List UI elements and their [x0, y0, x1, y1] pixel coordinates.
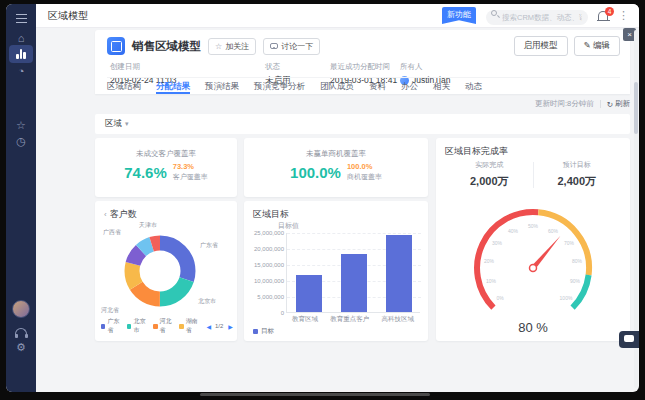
y-tick: 0 — [248, 310, 284, 316]
stat-label: 实际完成 — [446, 160, 533, 170]
legend-item[interactable]: 北京市 — [127, 317, 149, 335]
new-feature-badge: 新功能 — [442, 7, 476, 24]
menu-icon[interactable] — [6, 12, 36, 26]
svg-text:70%: 70% — [564, 240, 575, 246]
analytics-icon[interactable] — [6, 48, 36, 62]
bar-education-region — [296, 275, 322, 312]
chevron-left-icon[interactable]: ‹ — [104, 210, 107, 219]
gauge-percent-label: 80 % — [518, 320, 548, 335]
kpi-sub-label: 客户覆盖率 — [173, 173, 208, 181]
chat-fab-button[interactable] — [619, 331, 639, 348]
update-time-text: 更新时间:8分钟前 — [535, 99, 594, 109]
notification-badge: 4 — [605, 7, 614, 16]
search-icon — [491, 10, 497, 16]
history-icon[interactable]: ◷ — [6, 134, 36, 148]
gauge-stats: 实际完成2,000万 预计目标2,400万 — [446, 160, 620, 190]
svg-text:20%: 20% — [484, 258, 495, 264]
follow-button[interactable]: ☆加关注 — [208, 38, 256, 55]
y-tick: 25,000,000 — [248, 230, 284, 236]
headset-icon[interactable] — [6, 324, 36, 338]
legend-item[interactable]: 河北省 — [153, 317, 175, 335]
y-tick: 15,000,000 — [248, 262, 284, 268]
enable-model-button[interactable]: 启用模型 — [514, 36, 568, 56]
y-tick: 10,000,000 — [248, 278, 284, 284]
svg-text:40%: 40% — [508, 228, 519, 234]
user-avatar[interactable] — [12, 300, 30, 318]
gauge-card-title: 区域目标完成率 — [445, 145, 508, 158]
scrollbar-thumb[interactable] — [634, 82, 638, 134]
stat-value: 2,400万 — [534, 174, 621, 189]
kpi-title: 未赢单商机覆盖率 — [244, 149, 428, 159]
refresh-button[interactable]: ↻刷新 — [607, 99, 630, 109]
chevron-down-icon: ▾ — [125, 120, 129, 128]
edit-button[interactable]: ✎ 编辑 — [574, 36, 620, 56]
meta-label: 所有人 — [400, 62, 450, 72]
more-menu-icon[interactable]: ⋮ — [618, 9, 629, 22]
y-tick: 5,000,000 — [248, 294, 284, 300]
pie-callout: 广西省 — [103, 228, 121, 237]
svg-text:30%: 30% — [492, 240, 503, 246]
x-axis-labels: 教育区域 教育重点客户 高科技区域 — [286, 315, 420, 324]
region-target-bar-card: 区域目标 目标值 25,000,000 20,000,000 15,000,00… — [244, 201, 428, 341]
legend-item[interactable]: 广东省 — [101, 317, 123, 335]
y-tick: 20,000,000 — [248, 246, 284, 252]
svg-text:10%: 10% — [486, 278, 497, 284]
customer-count-pie-card: ‹客户数 天津市 广西省 广东省 北京市 河北省 广东省 北京市 河北省 湖南省… — [95, 201, 237, 341]
legend-next-icon[interactable]: ▶ — [228, 323, 233, 330]
meta-label: 最近成功分配时间 — [330, 62, 397, 72]
svg-text:0%: 0% — [496, 295, 504, 301]
tab-allocation-result[interactable]: 分配结果 — [156, 78, 190, 94]
tab-materials[interactable]: 资料 — [369, 78, 386, 94]
refresh-icon: ↻ — [607, 100, 613, 109]
tab-bar: 区域结构 分配结果 预演结果 预演竞争分析 团队成员 资料 办公 相关 动态 — [107, 77, 620, 94]
tab-office[interactable]: 办公 — [401, 78, 418, 94]
svg-text:60%: 60% — [548, 228, 559, 234]
svg-text:50%: 50% — [528, 223, 539, 229]
discuss-button[interactable]: 讨论一下 — [263, 38, 320, 55]
tab-region-structure[interactable]: 区域结构 — [107, 78, 141, 94]
page-title: 区域模型 — [48, 9, 88, 23]
refresh-row: 更新时间:8分钟前 ↻刷新 — [95, 96, 630, 112]
horizontal-scroll-indicator[interactable] — [200, 393, 430, 396]
model-title: 销售区域模型 — [132, 39, 201, 54]
stat-label: 预计目标 — [534, 160, 621, 170]
home-icon[interactable]: ⌂ — [6, 31, 36, 45]
star-icon[interactable]: ☆ — [6, 118, 36, 132]
pie-callout: 北京市 — [198, 297, 216, 306]
reports-icon[interactable]: ◔ — [6, 64, 36, 78]
kpi-value: 100.0% — [290, 164, 341, 181]
model-app-icon — [107, 37, 125, 55]
bar-legend[interactable]: 目标 — [253, 327, 274, 336]
meta-label: 状态 — [265, 62, 291, 72]
pie-callout: 天津市 — [139, 221, 157, 230]
region-filter-dropdown[interactable]: 区域▾ — [105, 118, 129, 130]
notification-bell-icon[interactable]: 4 — [598, 11, 608, 20]
legend-item[interactable]: 湖南省 — [179, 317, 201, 335]
chat-bubble-icon — [624, 335, 634, 342]
search-input[interactable] — [486, 10, 588, 25]
settings-gear-icon[interactable]: ⚙ — [6, 340, 36, 354]
pie-callout: 河北省 — [101, 306, 119, 315]
gauge-chart: 0% 10% 20% 30% 40% 50% 60% 70% 80% 90% 1… — [436, 190, 630, 340]
tab-team-members[interactable]: 团队成员 — [320, 78, 354, 94]
stat-value: 2,000万 — [446, 174, 533, 189]
svg-text:90%: 90% — [570, 278, 581, 284]
tab-related[interactable]: 相关 — [433, 78, 450, 94]
pie-callout: 广东省 — [200, 241, 218, 250]
tab-activity[interactable]: 动态 — [465, 78, 482, 94]
kpi-sub-label: 商机覆盖率 — [347, 173, 382, 181]
divider — [600, 100, 601, 108]
kpi-card-customer-coverage: 未成交客户覆盖率 74.6% 73.3% 客户覆盖率 — [95, 138, 237, 197]
legend-prev-icon[interactable]: ◀ — [206, 323, 211, 330]
bar-card-title: 区域目标 — [253, 208, 289, 221]
kpi-title: 未成交客户覆盖率 — [95, 149, 237, 159]
tab-preview-analysis[interactable]: 预演竞争分析 — [254, 78, 305, 94]
model-header-card: × 销售区域模型 ☆加关注 讨论一下 启用模型 ✎ 编辑 创建日期2019-02… — [95, 30, 630, 94]
discuss-bubble-icon — [270, 43, 278, 49]
tab-preview-result[interactable]: 预演结果 — [205, 78, 239, 94]
bar-hightech-region — [386, 235, 412, 312]
svg-text:80%: 80% — [572, 258, 583, 264]
filter-bar: 区域▾ — [95, 114, 630, 134]
kpi-sub-value: 100.0% — [347, 163, 382, 171]
kpi-value: 74.6% — [124, 164, 167, 181]
